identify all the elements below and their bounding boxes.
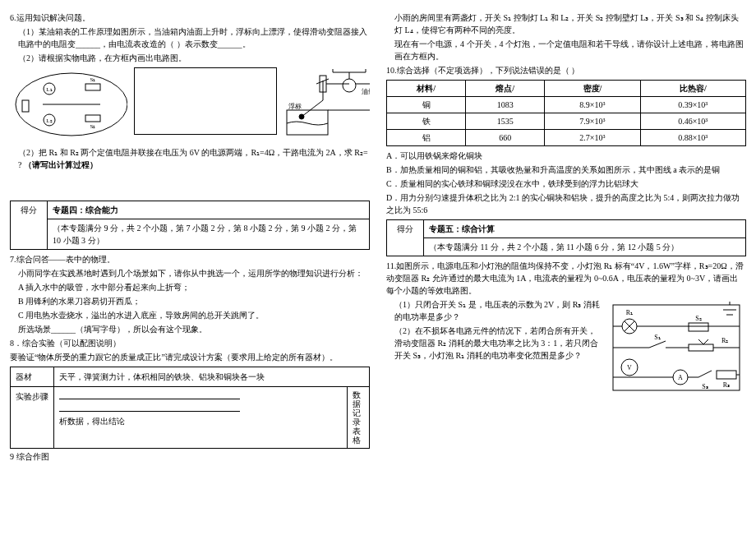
q6-part1: （1）某油箱表的工作原理如图所示，当油箱内油面上升时，浮标向上漂浮，使得滑动变阻… [18,25,370,50]
q10-option-b: B．加热质量相同的铜和铝，其吸收热量和升高温度的关系如图所示，其中图线 a 表示… [386,164,746,176]
left-column: 6.运用知识解决问题。 （1）某油箱表的工作原理如图所示，当油箱内油面上升时，浮… [10,10,370,464]
label-r2: R₂ [721,337,728,344]
q7-option-a: A 插入水中的吸管，水中部分看起来向上折弯； [18,281,370,293]
svg-text:S₂: S₂ [90,123,96,130]
data-col-label: 数 据 记 录 表 格 [348,387,370,449]
svg-line-36 [703,339,708,344]
circuit-diagram: R₁ V S₁ S₂ R₂ A S₃ R₃ [606,298,746,400]
svg-rect-7 [85,115,100,122]
svg-rect-9 [22,100,29,112]
section4-score-table: 得分 专题四：综合能力 （本专题满分 9 分，共 2 个小题，第 7 小题 2 … [10,201,370,250]
score-label: 得分 [387,220,424,256]
q7-heading: 7.综合问答——表中的物理。 [10,253,370,265]
svg-text:L₂: L₂ [46,118,52,124]
svg-rect-38 [717,371,736,379]
circuit-drawing-box [134,67,277,135]
section4-desc: （本专题满分 9 分，共 2 个小题，第 7 小题 2 分，第 8 小题 2 分… [48,219,370,250]
svg-line-40 [698,371,712,377]
material-table: 材料/ 熔点/ 密度/ 比热容/ 铜 1083 8.9×10³ 0.39×10³… [386,80,746,146]
svg-line-13 [302,100,323,117]
label-s3: S₃ [702,383,708,390]
steps-blank: 析数据，得出结论 [54,387,348,449]
svg-text:L₁: L₁ [46,86,52,93]
label-s1: S₁ [654,334,660,341]
q7-intro: 小雨同学在实践基地时遇到几个场景如下，请你从中挑选一个，运用所学的物理知识进行分… [18,267,370,279]
svg-rect-33 [689,323,708,331]
q7-choose: 所选场景______（填写字母），所以会有这个现象。 [18,323,370,335]
q6-figure-row: L₁ L₂ S₁ S₂ [10,67,370,141]
score-label: 得分 [11,201,48,250]
q7-option-b: B 用锋利的水果刀容易切开西瓜； [18,295,370,307]
q10-option-d: D．用力分别匀速提升体积之比为 2:1 的实心铜块和铝块，提升的高度之比为 5:… [386,191,746,216]
room-description-2: 现在有一个电源，4 个开关，4 个灯泡，一个定值电阻和若干导线，请你设计上述电路… [394,38,746,62]
equip-label: 器材 [11,367,54,387]
q7-option-c: C 用电热水壶烧水，溢出的水进入底座，导致房间的总开关跳闸了。 [18,309,370,321]
label-r1: R₁ [626,309,633,316]
q10-option-c: C．质量相同的实心铁球和铜球浸没在水中，铁球受到的浮力比铝球大 [386,178,746,190]
oil-gauge-figure: 油量表 浮标 [284,67,370,141]
table-row: 材料/ 熔点/ 密度/ 比热容/ [387,81,746,97]
right-column: 小雨的房间里有两盏灯，开关 S₁ 控制灯 L₁ 和 L₂，开关 S₂ 控制壁灯 … [386,10,746,464]
experiment-table: 器材 天平，弹簧测力计，体积相同的铁块、铝块和铜块各一块 实验步骤 析数据，得出… [10,367,370,449]
q8-heading: 8．综合实验（可以配图说明） [10,337,370,349]
label-v: V [627,364,632,371]
label-r3: R₃ [723,381,730,389]
svg-line-35 [698,339,703,344]
svg-rect-5 [85,84,100,90]
svg-rect-34 [689,344,713,351]
table-row: 铁 1535 7.9×10³ 0.46×10³ [387,113,746,130]
q10-option-a: A．可以用铁锅来熔化铜块 [386,150,746,162]
section5-desc: （本专题满分 11 分，共 2 个小题，第 11 小题 6 分，第 12 小题 … [424,238,746,256]
q10-heading: 10.综合选择（不定项选择），下列说法错误的是（ ） [386,64,746,76]
section5-score-table: 得分 专题五：综合计算 （本专题满分 11 分，共 2 个小题，第 11 小题 … [386,219,746,256]
q11-heading: 11.如图所示，电源电压和小灯泡的阻值均保持不变，小灯泡 R₁ 标有“4V，1.… [386,260,746,297]
svg-text:S₁: S₁ [90,76,96,83]
equip-value: 天平，弹簧测力计，体积相同的铁块、铝块和铜块各一块 [54,367,370,387]
q9-heading: 9 综合作图 [10,450,370,463]
section5-title: 专题五：综合计算 [429,224,495,233]
label-s2: S₂ [695,315,701,322]
table-row: 铜 1083 8.9×10³ 0.39×10³ [387,97,746,113]
q6-part2: （2）请根据实物电路，在方框内画出电路图。 [18,52,370,64]
table-row: 铝 660 2.7×10³ 0.88×10³ [387,130,746,146]
realistic-circuit-figure: L₁ L₂ S₁ S₂ [10,67,127,141]
label-a: A [678,374,683,381]
svg-line-39 [649,341,666,348]
steps-label: 实验步骤 [11,387,54,449]
room-description-1: 小雨的房间里有两盏灯，开关 S₁ 控制灯 L₁ 和 L₂，开关 S₂ 控制壁灯 … [394,12,746,36]
section4-title: 专题四：综合能力 [53,205,118,214]
float-label: 浮标 [288,103,302,110]
q8-aim: 要验证“物体所受的重力跟它的质量成正比”请完成设计方案（要求用上给定的所有器材）… [10,351,370,363]
oil-gauge-label: 油量表 [362,88,370,95]
q6-part2b: （2）把 R₁ 和 R₂ 两个定值电阻并联接在电压为 6V 的电源两端，R₁=4… [18,146,370,171]
q6-heading: 6.运用知识解决问题。 [10,12,370,24]
svg-rect-11 [287,110,328,135]
